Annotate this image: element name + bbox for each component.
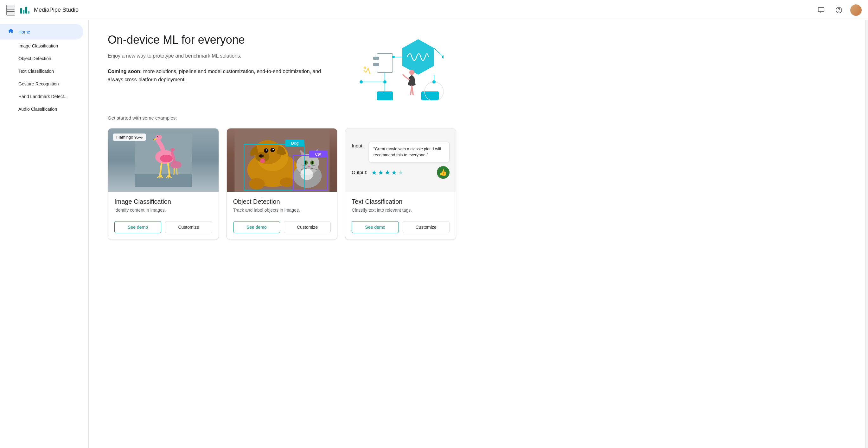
svg-point-44 bbox=[260, 159, 265, 163]
svg-rect-1 bbox=[7, 9, 14, 9]
app-header: MediaPipe Studio bbox=[0, 0, 868, 20]
svg-rect-0 bbox=[7, 7, 14, 7]
card-image-classification: Flamingo 95% bbox=[108, 128, 219, 240]
cards-grid: Flamingo 95% bbox=[108, 128, 456, 240]
star-5: ★ bbox=[398, 169, 404, 176]
svg-point-18 bbox=[360, 80, 363, 83]
app-title: MediaPipe Studio bbox=[34, 7, 79, 13]
card-object-detection-title: Object Detection bbox=[233, 198, 331, 205]
sidebar-item-home-label: Home bbox=[19, 29, 30, 34]
card-object-detection-description: Track and label objects in images. bbox=[233, 207, 331, 213]
illustration-svg bbox=[336, 33, 443, 103]
card-image-dog: Dog Cat bbox=[227, 129, 337, 192]
sidebar-item-image-classification[interactable]: Image Classification bbox=[0, 39, 83, 52]
svg-line-24 bbox=[434, 48, 443, 57]
dog-cat-svg: Dog Cat bbox=[227, 129, 337, 192]
svg-rect-26 bbox=[135, 174, 192, 187]
feedback-button[interactable] bbox=[815, 4, 828, 16]
sidebar-item-audio-classification-label: Audio Classification bbox=[19, 107, 57, 112]
card-text-classification-title: Text Classification bbox=[352, 198, 450, 205]
text-classification-demo-button[interactable]: See demo bbox=[352, 221, 399, 233]
main-content: On-device ML for everyone Enjoy a new wa… bbox=[89, 20, 868, 448]
card-image-classification-body: Image Classification Identify content in… bbox=[108, 192, 219, 217]
svg-point-57 bbox=[311, 161, 313, 165]
svg-rect-2 bbox=[7, 11, 14, 12]
svg-text:Dog: Dog bbox=[291, 141, 299, 145]
header-actions bbox=[815, 4, 862, 16]
svg-point-55 bbox=[305, 161, 306, 165]
text-output-row: Output: ★ ★ ★ ★ ★ 👍 bbox=[352, 166, 450, 179]
svg-point-28 bbox=[156, 135, 162, 140]
text-classification-customize-button[interactable]: Customize bbox=[403, 221, 450, 233]
card-image-classification-actions: See demo Customize bbox=[108, 217, 219, 240]
sidebar-item-hand-landmark[interactable]: Hand Landmark Detect... bbox=[0, 90, 83, 103]
page-layout: Home Image Classification Object Detecti… bbox=[0, 20, 868, 448]
hero-coming-soon: Coming soon: more solutions, pipeline an… bbox=[108, 67, 323, 83]
sidebar-item-gesture-recognition[interactable]: Gesture Recognition bbox=[0, 77, 83, 90]
svg-point-30 bbox=[157, 136, 158, 137]
svg-rect-7 bbox=[377, 54, 393, 72]
star-rating: ★ ★ ★ ★ ★ bbox=[371, 169, 404, 176]
svg-point-46 bbox=[280, 177, 294, 187]
svg-point-31 bbox=[160, 155, 173, 162]
sidebar: Home Image Classification Object Detecti… bbox=[0, 20, 89, 448]
svg-point-33 bbox=[170, 148, 175, 151]
svg-point-17 bbox=[383, 80, 386, 83]
svg-rect-11 bbox=[421, 92, 439, 100]
svg-rect-3 bbox=[818, 7, 824, 11]
sidebar-item-gesture-recognition-label: Gesture Recognition bbox=[19, 81, 59, 87]
hero-section: On-device ML for everyone Enjoy a new wa… bbox=[108, 33, 849, 104]
help-button[interactable] bbox=[833, 4, 845, 16]
image-classification-customize-button[interactable]: Customize bbox=[165, 221, 212, 233]
sidebar-item-object-detection[interactable]: Object Detection bbox=[0, 52, 83, 65]
star-2: ★ bbox=[378, 169, 384, 176]
sidebar-item-audio-classification[interactable]: Audio Classification bbox=[0, 103, 83, 115]
sidebar-item-object-detection-label: Object Detection bbox=[19, 56, 51, 61]
svg-point-43 bbox=[273, 149, 274, 150]
card-image-classification-description: Identify content in images. bbox=[114, 207, 212, 213]
hero-text: On-device ML for everyone Enjoy a new wa… bbox=[108, 33, 323, 83]
svg-point-65 bbox=[300, 169, 313, 180]
flamingo-badge: Flamingo 95% bbox=[113, 134, 146, 141]
hero-illustration bbox=[336, 33, 443, 104]
menu-button[interactable] bbox=[6, 5, 15, 15]
svg-point-40 bbox=[264, 148, 268, 153]
star-1: ★ bbox=[371, 169, 377, 176]
hero-subtitle: Enjoy a new way to prototype and benchma… bbox=[108, 52, 323, 60]
svg-point-41 bbox=[266, 149, 267, 150]
sidebar-item-image-classification-label: Image Classification bbox=[19, 43, 58, 48]
card-object-detection-actions: See demo Customize bbox=[227, 217, 337, 240]
app-logo: MediaPipe Studio bbox=[20, 7, 79, 13]
input-label: Input: bbox=[352, 142, 364, 148]
sidebar-item-text-classification-label: Text Classification bbox=[19, 69, 54, 74]
flamingo-svg bbox=[135, 133, 192, 187]
output-label: Output: bbox=[352, 170, 367, 175]
svg-point-45 bbox=[249, 178, 265, 189]
sidebar-item-hand-landmark-label: Hand Landmark Detect... bbox=[19, 94, 68, 99]
coming-soon-label: Coming soon: bbox=[108, 69, 142, 74]
svg-point-32 bbox=[170, 161, 182, 169]
card-image-flamingo: Flamingo 95% bbox=[108, 129, 219, 192]
svg-point-39 bbox=[258, 154, 264, 158]
card-object-detection: Dog Cat Object Detection Track and label… bbox=[226, 128, 338, 240]
card-text-classification: Input: "Great movie with a classic plot.… bbox=[345, 128, 456, 240]
object-detection-customize-button[interactable]: Customize bbox=[284, 221, 331, 233]
hero-title: On-device ML for everyone bbox=[108, 33, 323, 46]
svg-rect-8 bbox=[373, 57, 379, 60]
card-image-text: Input: "Great movie with a classic plot.… bbox=[345, 129, 456, 192]
input-text-box: "Great movie with a classic plot. I will… bbox=[369, 142, 450, 162]
object-detection-demo-button[interactable]: See demo bbox=[233, 221, 280, 233]
svg-rect-9 bbox=[373, 63, 379, 66]
svg-text:Cat: Cat bbox=[315, 152, 321, 157]
card-image-classification-title: Image Classification bbox=[114, 198, 212, 205]
svg-point-19 bbox=[432, 80, 436, 83]
avatar[interactable] bbox=[850, 4, 862, 16]
star-3: ★ bbox=[384, 169, 390, 176]
card-text-classification-body: Text Classification Classify text into r… bbox=[345, 192, 456, 217]
image-classification-demo-button[interactable]: See demo bbox=[114, 221, 161, 233]
text-input-row: Input: "Great movie with a classic plot.… bbox=[352, 142, 450, 162]
logo-icon bbox=[20, 7, 29, 13]
card-text-classification-description: Classify text into relevant tags. bbox=[352, 207, 450, 213]
sidebar-item-text-classification[interactable]: Text Classification bbox=[0, 65, 83, 77]
sidebar-item-home[interactable]: Home bbox=[0, 24, 83, 39]
